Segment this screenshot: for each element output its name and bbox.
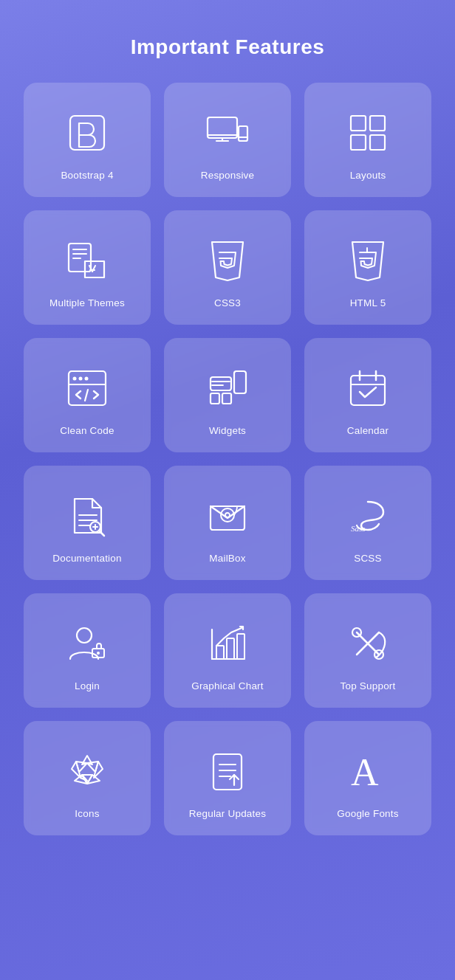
- svg-rect-9: [351, 135, 366, 150]
- chart-icon: [201, 617, 254, 670]
- features-grid: Bootstrap 4 Responsive Layouts: [0, 83, 455, 835]
- feature-responsive: Responsive: [164, 83, 291, 197]
- feature-css3-label: CSS3: [214, 297, 241, 308]
- svg-point-44: [225, 513, 230, 517]
- feature-login-label: Login: [75, 680, 100, 691]
- svg-rect-8: [370, 116, 385, 131]
- feature-multiple-themes: Multiple Themes: [24, 210, 151, 325]
- svg-rect-31: [351, 376, 385, 405]
- feature-regular-updates-label: Regular Updates: [189, 808, 266, 819]
- page-title: Important Features: [0, 0, 455, 83]
- svg-rect-10: [370, 135, 385, 150]
- calendar-icon: [341, 362, 394, 415]
- feature-mailbox: MailBox: [164, 466, 291, 580]
- feature-documentation: Documentation: [24, 466, 151, 580]
- svg-rect-25: [211, 377, 231, 390]
- svg-rect-53: [216, 646, 224, 659]
- responsive-icon: [201, 106, 254, 159]
- svg-rect-0: [70, 116, 104, 150]
- svg-rect-27: [222, 393, 231, 404]
- svg-rect-28: [234, 371, 246, 393]
- feature-layouts-label: Layouts: [350, 170, 386, 181]
- feature-icons: Icons: [24, 721, 151, 835]
- svg-marker-17: [352, 242, 383, 280]
- feature-login: Login: [24, 593, 151, 708]
- support-icon: [341, 617, 394, 670]
- feature-scss-label: SCSS: [354, 553, 382, 564]
- feature-layouts: Layouts: [304, 83, 431, 197]
- code-icon: [61, 362, 114, 415]
- mailbox-icon: [201, 489, 254, 542]
- svg-point-21: [79, 377, 83, 381]
- svg-point-46: [77, 628, 92, 643]
- bootstrap-icon: [61, 106, 114, 159]
- feature-css3: CSS3: [164, 210, 291, 325]
- feature-graphical-chart-label: Graphical Chart: [191, 680, 264, 691]
- feature-scss: Sass SCSS: [304, 466, 431, 580]
- themes-icon: [61, 234, 114, 287]
- feature-top-support: Top Support: [304, 593, 431, 708]
- svg-point-20: [73, 377, 77, 381]
- feature-bootstrap4-label: Bootstrap 4: [61, 170, 113, 181]
- feature-html5: HTML 5: [304, 210, 431, 325]
- svg-rect-54: [227, 638, 234, 659]
- feature-calendar-label: Calendar: [347, 425, 389, 436]
- svg-rect-19: [69, 371, 106, 405]
- scss-icon: Sass: [341, 489, 394, 542]
- html5-icon: [341, 234, 394, 287]
- icons-icon: [61, 745, 114, 798]
- svg-marker-16: [212, 242, 243, 280]
- feature-widgets-label: Widgets: [209, 425, 246, 436]
- feature-html5-label: HTML 5: [350, 297, 386, 308]
- svg-point-50: [97, 652, 100, 655]
- svg-text:Sass: Sass: [351, 524, 366, 533]
- feature-widgets: Widgets: [164, 338, 291, 452]
- feature-top-support-label: Top Support: [341, 680, 396, 691]
- feature-regular-updates: Regular Updates: [164, 721, 291, 835]
- feature-calendar: Calendar: [304, 338, 431, 452]
- layouts-icon: [341, 106, 394, 159]
- feature-clean-code-label: Clean Code: [60, 425, 114, 436]
- svg-rect-26: [211, 393, 219, 404]
- documentation-icon: [61, 489, 114, 542]
- feature-mailbox-label: MailBox: [209, 553, 245, 564]
- feature-graphical-chart: Graphical Chart: [164, 593, 291, 708]
- svg-rect-7: [351, 116, 366, 131]
- svg-rect-5: [239, 126, 247, 141]
- feature-responsive-label: Responsive: [201, 170, 255, 181]
- svg-line-24: [85, 390, 88, 401]
- feature-documentation-label: Documentation: [52, 553, 121, 564]
- feature-clean-code: Clean Code: [24, 338, 151, 452]
- feature-icons-label: Icons: [75, 808, 99, 819]
- login-icon: [61, 617, 114, 670]
- fonts-icon: A: [341, 745, 394, 798]
- feature-multiple-themes-label: Multiple Themes: [49, 297, 125, 308]
- feature-google-fonts-label: Google Fonts: [337, 808, 398, 819]
- widgets-icon: [201, 362, 254, 415]
- feature-bootstrap4: Bootstrap 4: [24, 83, 151, 197]
- svg-rect-55: [237, 634, 244, 659]
- svg-point-22: [85, 377, 89, 381]
- svg-text:A: A: [351, 751, 379, 793]
- css3-icon: [201, 234, 254, 287]
- updates-icon: [201, 745, 254, 798]
- feature-google-fonts: A Google Fonts: [304, 721, 431, 835]
- svg-rect-60: [213, 754, 242, 790]
